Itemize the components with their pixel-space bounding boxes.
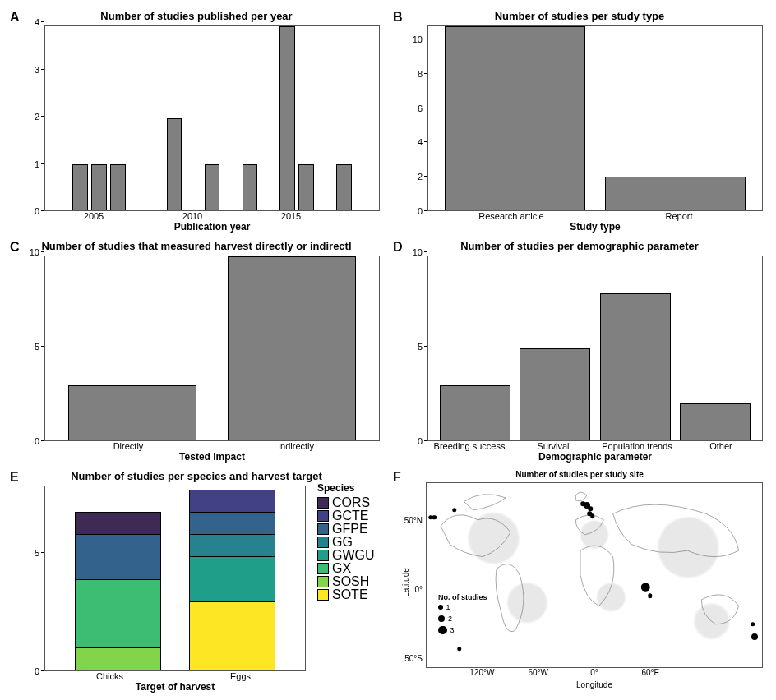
map-point: [432, 515, 436, 520]
bar: [228, 256, 356, 440]
y-tick: 8: [418, 69, 423, 79]
map-point: [648, 594, 653, 599]
y-tick: 0: [35, 666, 39, 676]
y-tick: 2: [418, 172, 423, 182]
x-tick: 60°W: [528, 668, 548, 677]
panel-a-plot: [44, 25, 380, 211]
legend-label: SOTE: [332, 587, 368, 602]
panel-d-title: Number of studies per demographic parame…: [390, 237, 769, 252]
bar: [72, 164, 87, 210]
panel-b: B Number of studies per study type Numbe…: [390, 7, 769, 233]
y-tick: 3: [35, 65, 39, 75]
legend-item-gfpe: GFPE: [317, 523, 386, 536]
panel-c: C Number of studies that measured harves…: [7, 237, 386, 463]
panel-c-title: Number of studies that measured harvest …: [7, 237, 386, 252]
panel-e-xlabel: Target of harvest: [44, 681, 306, 693]
x-tick: Indirectly: [278, 441, 314, 451]
panel-c-plot: [44, 256, 380, 441]
bar: [91, 164, 106, 210]
legend-swatch: [317, 497, 329, 509]
panel-d-xlabel: Demographic parameter: [427, 451, 763, 463]
x-tick: 0°: [590, 668, 598, 677]
panel-b-xlabel: Study type: [427, 221, 763, 233]
panel-e-title: Number of studies per species and harves…: [7, 467, 386, 482]
x-tick: Chicks: [96, 671, 123, 681]
bar: [600, 293, 671, 440]
legend-swatch: [317, 576, 329, 587]
bar: [279, 26, 294, 210]
bar: [680, 403, 751, 440]
panel-c-xlabel: Tested impact: [44, 451, 380, 463]
y-tick: 5: [418, 342, 423, 352]
bar: [605, 177, 746, 210]
x-tick: 2005: [84, 211, 104, 221]
bar: [110, 164, 125, 210]
x-tick: 2010: [182, 211, 202, 221]
y-tick: 10: [413, 247, 423, 257]
panel-d-plot: [427, 256, 763, 441]
y-tick: 4: [418, 137, 423, 147]
y-tick: 0: [418, 436, 423, 446]
species-legend-title: Species: [317, 482, 386, 494]
panel-e-plot: [44, 486, 306, 671]
x-tick: Population trends: [602, 441, 672, 451]
map-size-legend: No. of studies 123: [435, 592, 491, 638]
panel-f-map: No. of studies 123: [426, 482, 763, 668]
bar: [167, 118, 182, 210]
y-tick: 10: [30, 247, 39, 257]
y-tick: 6: [418, 104, 423, 113]
x-tick: Survival: [537, 441, 569, 451]
stack-segment-gwgu: [189, 556, 276, 602]
legend-swatch: [317, 563, 329, 574]
y-tick: 0: [35, 206, 39, 216]
map-legend-row: 2: [438, 613, 487, 624]
panel-d: D Number of studies per demographic para…: [390, 237, 769, 463]
x-tick: Eggs: [230, 671, 251, 681]
bar: [520, 348, 590, 440]
panel-a-title: Number of studies published per year: [7, 7, 386, 22]
bar: [440, 385, 510, 440]
bar: [205, 164, 219, 210]
legend-item-cors: CORS: [317, 496, 386, 509]
x-tick: Directly: [113, 441, 144, 451]
map-point: [589, 507, 594, 512]
legend-item-gwgu: GWGU: [317, 549, 386, 562]
stack-segment-sosh: [75, 647, 162, 670]
panel-a-xlabel: Publication year: [44, 221, 380, 233]
map-legend-title: No. of studies: [438, 593, 487, 601]
bar: [445, 26, 586, 210]
bar: [298, 164, 313, 210]
y-tick: 1: [35, 159, 39, 169]
x-tick: Research article: [478, 211, 543, 221]
panel-f-ylabel: Latitude: [401, 568, 410, 597]
y-tick: 0: [35, 436, 39, 446]
legend-swatch: [317, 589, 329, 601]
y-tick: 0°: [414, 585, 423, 594]
panel-b-title: Number of studies per study type: [390, 7, 769, 22]
legend-item-sosh: SOSH: [317, 575, 386, 588]
bar: [68, 385, 196, 440]
y-tick: 50°N: [404, 516, 423, 525]
legend-swatch: [317, 550, 329, 561]
y-tick: 0: [418, 206, 423, 216]
y-tick: 4: [35, 17, 39, 27]
y-tick: 2: [35, 112, 39, 122]
map-point: [751, 633, 758, 640]
legend-swatch: [317, 523, 329, 535]
panel-f: F Number of studies per study site Latit…: [390, 467, 769, 693]
legend-item-gg: GG: [317, 536, 386, 549]
stack-segment-gcte: [189, 490, 276, 513]
map-point: [590, 514, 595, 519]
stack-segment-cors: [75, 512, 162, 535]
y-tick: 5: [35, 342, 39, 352]
panel-f-xlabel: Longitude: [426, 680, 763, 689]
map-point: [452, 508, 457, 513]
x-tick: 60°E: [641, 668, 659, 677]
map-legend-row: 1: [438, 601, 487, 613]
stack-segment-gg: [189, 534, 276, 557]
x-tick: Breeding success: [434, 441, 506, 451]
legend-swatch: [317, 537, 329, 548]
legend-item-gx: GX: [317, 562, 386, 575]
stack-segment-gfpe: [189, 512, 276, 535]
y-tick: 50°S: [404, 654, 423, 663]
